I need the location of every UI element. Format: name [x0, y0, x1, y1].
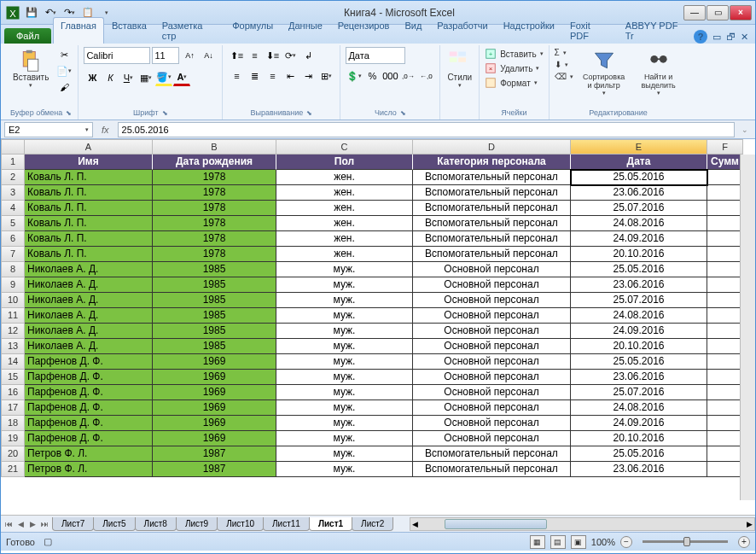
- cell-A5[interactable]: Коваль Л. П.: [25, 216, 153, 231]
- cell-D7[interactable]: Вспомогательный персонал: [413, 247, 571, 262]
- cell-E18[interactable]: 24.09.2016: [571, 416, 707, 431]
- cell-C16[interactable]: муж.: [276, 385, 413, 400]
- insert-cells-button[interactable]: +Вставить ▾: [485, 47, 543, 61]
- clipboard-launcher-icon[interactable]: ⬊: [66, 109, 72, 117]
- comma-icon[interactable]: 000: [381, 67, 398, 85]
- excel-icon[interactable]: X: [4, 4, 21, 21]
- cell-B12[interactable]: 1985: [153, 324, 276, 339]
- zoom-level[interactable]: 100%: [591, 537, 615, 547]
- cell-F16[interactable]: [707, 385, 743, 400]
- row-header-15[interactable]: 15: [1, 370, 25, 385]
- cell-B20[interactable]: 1987: [153, 446, 276, 462]
- cell-F11[interactable]: [707, 308, 743, 324]
- merge-icon[interactable]: ⊞▾: [317, 67, 334, 85]
- cell-E20[interactable]: 25.05.2016: [571, 446, 707, 462]
- sheet-tab-Лист8[interactable]: Лист8: [135, 517, 177, 531]
- cell-C19[interactable]: муж.: [276, 431, 413, 446]
- cell-B9[interactable]: 1985: [153, 277, 276, 293]
- row-header-16[interactable]: 16: [1, 385, 25, 400]
- col-header-B[interactable]: B: [153, 139, 276, 155]
- number-launcher-icon[interactable]: ⬊: [400, 109, 406, 117]
- cell-D18[interactable]: Основной персонал: [413, 416, 571, 431]
- tab-рецензиров[interactable]: Рецензиров: [330, 17, 398, 44]
- currency-icon[interactable]: 💲▾: [346, 67, 363, 85]
- autosum-icon[interactable]: Σ ▾: [555, 47, 573, 58]
- header-cell[interactable]: Дата рождения: [153, 155, 276, 170]
- cell-B5[interactable]: 1978: [153, 216, 276, 231]
- cell-D10[interactable]: Основной персонал: [413, 293, 571, 308]
- cell-D14[interactable]: Основной персонал: [413, 354, 571, 370]
- cell-E10[interactable]: 25.07.2016: [571, 293, 707, 308]
- fill-color-icon[interactable]: 🪣▾: [155, 69, 172, 86]
- row-header-20[interactable]: 20: [1, 446, 25, 462]
- cell-E14[interactable]: 25.05.2016: [571, 354, 707, 370]
- cell-B14[interactable]: 1969: [153, 354, 276, 370]
- cell-D4[interactable]: Вспомогательный персонал: [413, 201, 571, 216]
- tab-надстройки[interactable]: Надстройки: [496, 17, 562, 44]
- restore-window-icon[interactable]: 🗗: [726, 32, 736, 42]
- cell-E2[interactable]: 25.05.2016: [571, 170, 707, 185]
- row-header-13[interactable]: 13: [1, 339, 25, 354]
- font-size-select[interactable]: [152, 47, 179, 64]
- cell-B7[interactable]: 1978: [153, 247, 276, 262]
- tab-разметка стр[interactable]: Разметка стр: [154, 17, 224, 44]
- fill-icon[interactable]: ⬇ ▾: [555, 59, 573, 70]
- cell-D21[interactable]: Вспомогательный персонал: [413, 462, 571, 477]
- cell-B15[interactable]: 1969: [153, 370, 276, 385]
- cell-D12[interactable]: Основной персонал: [413, 324, 571, 339]
- cell-A16[interactable]: Парфенов Д. Ф.: [25, 385, 153, 400]
- cell-F8[interactable]: [707, 262, 743, 277]
- underline-icon[interactable]: Ч▾: [119, 69, 137, 86]
- delete-cells-button[interactable]: ×Удалить ▾: [485, 61, 539, 75]
- cell-E7[interactable]: 20.10.2016: [571, 247, 707, 262]
- cell-C2[interactable]: жен.: [276, 170, 413, 185]
- border-icon[interactable]: ▦▾: [137, 69, 154, 86]
- cell-E4[interactable]: 25.07.2016: [571, 201, 707, 216]
- row-header-14[interactable]: 14: [1, 354, 25, 370]
- row-header-19[interactable]: 19: [1, 431, 25, 446]
- row-header-2[interactable]: 2: [1, 170, 25, 185]
- cell-F2[interactable]: [707, 170, 743, 185]
- maximize-button[interactable]: ▭: [707, 5, 729, 20]
- cell-B18[interactable]: 1969: [153, 416, 276, 431]
- align-left-icon[interactable]: ≡: [228, 67, 245, 85]
- sheet-tab-Лист2[interactable]: Лист2: [352, 517, 393, 531]
- cell-C8[interactable]: муж.: [276, 262, 413, 277]
- zoom-out-button[interactable]: −: [620, 536, 632, 548]
- row-header-18[interactable]: 18: [1, 416, 25, 431]
- cut-icon[interactable]: ✂: [55, 47, 73, 62]
- sheet-tab-Лист7[interactable]: Лист7: [52, 517, 94, 531]
- tab-формулы[interactable]: Формулы: [224, 17, 281, 44]
- cell-F4[interactable]: [707, 201, 743, 216]
- font-color-icon[interactable]: А▾: [173, 69, 190, 86]
- header-cell[interactable]: Дата: [571, 155, 707, 170]
- tab-вставка[interactable]: Вставка: [104, 17, 154, 44]
- zoom-slider[interactable]: [643, 540, 728, 543]
- cell-C7[interactable]: жен.: [276, 247, 413, 262]
- row-header-3[interactable]: 3: [1, 185, 25, 201]
- row-header-5[interactable]: 5: [1, 216, 25, 231]
- cell-B8[interactable]: 1985: [153, 262, 276, 277]
- save-icon[interactable]: 💾: [23, 4, 40, 21]
- cell-D17[interactable]: Основной персонал: [413, 400, 571, 416]
- tab-abbyy pdf tr[interactable]: ABBYY PDF Tr: [618, 17, 694, 44]
- cell-C6[interactable]: жен.: [276, 231, 413, 247]
- cell-E19[interactable]: 20.10.2016: [571, 431, 707, 446]
- page-break-view-icon[interactable]: ▣: [571, 535, 586, 549]
- cell-B13[interactable]: 1985: [153, 339, 276, 354]
- cell-B6[interactable]: 1978: [153, 231, 276, 247]
- cell-D20[interactable]: Вспомогательный персонал: [413, 446, 571, 462]
- cell-E5[interactable]: 24.08.2016: [571, 216, 707, 231]
- formula-input[interactable]: [118, 122, 735, 137]
- close-workbook-icon[interactable]: ✕: [741, 32, 748, 43]
- sheet-tab-Лист1[interactable]: Лист1: [309, 517, 352, 531]
- col-header-E[interactable]: E: [571, 139, 707, 155]
- cell-A9[interactable]: Николаев А. Д.: [25, 277, 153, 293]
- col-header-C[interactable]: C: [276, 139, 413, 155]
- cell-F19[interactable]: [707, 431, 743, 446]
- row-header-12[interactable]: 12: [1, 324, 25, 339]
- decrease-decimal-icon[interactable]: ←,0: [417, 67, 434, 85]
- format-painter-icon[interactable]: 🖌: [55, 79, 73, 95]
- cell-A17[interactable]: Парфенов Д. Ф.: [25, 400, 153, 416]
- cell-D19[interactable]: Основной персонал: [413, 431, 571, 446]
